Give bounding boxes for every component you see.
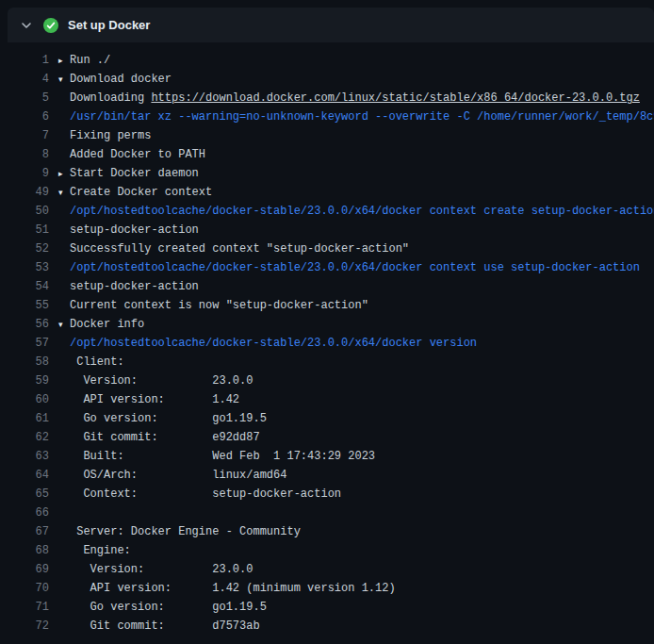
- log-link[interactable]: https://download.docker.com/linux/static…: [151, 91, 639, 105]
- line-number[interactable]: 58: [8, 353, 49, 372]
- log-line: 68 Engine:: [8, 541, 654, 560]
- log-line[interactable]: 1▸Run ./: [8, 51, 654, 70]
- indent-spacer: [58, 221, 70, 239]
- line-number[interactable]: 4: [8, 70, 49, 89]
- log-segment: /usr/bin/tar xz --warning=no-unknown-key…: [70, 110, 654, 124]
- indent-spacer: [58, 239, 70, 258]
- log-segment: API version: 1.42: [70, 393, 239, 406]
- line-number[interactable]: 67: [8, 522, 49, 541]
- log-line: 53/opt/hostedtoolcache/docker-stable/23.…: [8, 258, 654, 277]
- line-number[interactable]: 61: [8, 409, 49, 428]
- line-number[interactable]: 63: [8, 447, 49, 466]
- log-line: 63 Built: Wed Feb 1 17:43:29 2023: [8, 447, 654, 466]
- line-number[interactable]: 9: [8, 164, 49, 183]
- line-number[interactable]: 71: [8, 598, 49, 617]
- line-number[interactable]: 55: [8, 296, 49, 315]
- line-number[interactable]: 53: [8, 258, 49, 277]
- indent-spacer: [58, 277, 70, 296]
- log-line[interactable]: 56▾Docker info: [8, 315, 654, 334]
- log-text: setup-docker-action: [70, 221, 199, 239]
- log-line: 72 Git commit: d7573ab: [8, 617, 654, 636]
- log-segment: Git commit: d7573ab: [70, 619, 260, 633]
- log-segment: /opt/hostedtoolcache/docker-stable/23.0.…: [70, 337, 477, 350]
- indent-spacer: [58, 372, 70, 390]
- log-segment: Successfully created context "setup-dock…: [70, 242, 409, 256]
- step-header[interactable]: Set up Docker: [8, 8, 654, 42]
- log-segment: setup-docker-action: [70, 223, 199, 237]
- line-number[interactable]: 66: [8, 504, 49, 522]
- line-number[interactable]: 70: [8, 579, 49, 598]
- log-line: 52Successfully created context "setup-do…: [8, 239, 654, 258]
- chevron-right-icon[interactable]: ▸: [58, 164, 70, 183]
- log-text: Server: Docker Engine - Community: [70, 522, 301, 541]
- line-number[interactable]: 8: [8, 145, 49, 164]
- indent-spacer: [58, 202, 70, 221]
- chevron-down-icon[interactable]: [19, 18, 34, 33]
- log-line: 8Added Docker to PATH: [8, 145, 654, 164]
- log-segment: /opt/hostedtoolcache/docker-stable/23.0.…: [70, 205, 654, 218]
- log-line: 64 OS/Arch: linux/amd64: [8, 466, 654, 485]
- log-line: 60 API version: 1.42: [8, 390, 654, 409]
- log-line: 66: [8, 504, 654, 522]
- log-segment: Added Docker to PATH: [70, 148, 205, 161]
- log-segment: Version: 23.0.0: [70, 374, 253, 388]
- step-title: Set up Docker: [68, 18, 150, 32]
- log-text: Go version: go1.19.5: [70, 409, 267, 428]
- log-text: Run ./: [70, 51, 110, 70]
- line-number[interactable]: 52: [8, 239, 49, 258]
- log-line[interactable]: 9▸Start Docker daemon: [8, 164, 654, 183]
- log-text: /opt/hostedtoolcache/docker-stable/23.0.…: [70, 258, 640, 277]
- line-number[interactable]: 68: [8, 541, 49, 560]
- log-text: Go version: go1.19.5: [70, 598, 267, 617]
- line-number[interactable]: 7: [8, 126, 49, 145]
- log-text: Current context is now "setup-docker-act…: [70, 296, 368, 315]
- line-number[interactable]: 49: [8, 183, 49, 202]
- line-number[interactable]: 60: [8, 390, 49, 409]
- log-segment: OS/Arch: linux/amd64: [70, 469, 286, 482]
- line-number[interactable]: 69: [8, 560, 49, 579]
- line-number[interactable]: 51: [8, 221, 49, 239]
- line-number[interactable]: 1: [8, 51, 49, 70]
- log-text: Version: 23.0.0: [70, 560, 253, 579]
- log-text: Downloading https://download.docker.com/…: [70, 89, 640, 107]
- indent-spacer: [58, 126, 70, 145]
- indent-spacer: [58, 296, 70, 315]
- line-number[interactable]: 59: [8, 372, 49, 390]
- line-number[interactable]: 62: [8, 428, 49, 447]
- log-line: 50/opt/hostedtoolcache/docker-stable/23.…: [8, 202, 654, 221]
- log-segment: Run ./: [70, 54, 110, 67]
- log-segment: Start Docker daemon: [70, 167, 199, 180]
- indent-spacer: [58, 447, 70, 466]
- log-text: OS/Arch: linux/amd64: [70, 466, 286, 485]
- log-text: Start Docker daemon: [70, 164, 199, 183]
- log-line: 70 API version: 1.42 (minimum version 1.…: [8, 579, 654, 598]
- chevron-down-icon[interactable]: ▾: [58, 70, 70, 89]
- line-number[interactable]: 6: [8, 107, 49, 126]
- log-line: 5Downloading https://download.docker.com…: [8, 89, 654, 107]
- line-number[interactable]: 54: [8, 277, 49, 296]
- indent-spacer: [58, 541, 70, 560]
- step-container: Set up Docker 1▸Run ./4▾Download docker5…: [8, 8, 654, 636]
- line-number[interactable]: 56: [8, 315, 49, 334]
- log-line[interactable]: 49▾Create Docker context: [8, 183, 654, 202]
- log-line[interactable]: 4▾Download docker: [8, 70, 654, 89]
- log-segment: Create Docker context: [70, 186, 212, 199]
- log-text: API version: 1.42: [70, 390, 239, 409]
- log-text: Client:: [70, 353, 124, 372]
- line-number[interactable]: 5: [8, 89, 49, 107]
- line-number[interactable]: 57: [8, 334, 49, 353]
- chevron-right-icon[interactable]: ▸: [58, 51, 70, 70]
- chevron-down-icon[interactable]: ▾: [58, 183, 70, 202]
- line-number[interactable]: 64: [8, 466, 49, 485]
- line-number[interactable]: 65: [8, 485, 49, 504]
- chevron-down-icon[interactable]: ▾: [58, 315, 70, 334]
- log-line: 57/opt/hostedtoolcache/docker-stable/23.…: [8, 334, 654, 353]
- log-segment: API version: 1.42 (minimum version 1.12): [70, 582, 396, 595]
- log-text: Added Docker to PATH: [70, 145, 205, 164]
- indent-spacer: [58, 617, 70, 636]
- line-number[interactable]: 72: [8, 617, 49, 636]
- log-line: 59 Version: 23.0.0: [8, 372, 654, 390]
- log-text: Context: setup-docker-action: [70, 485, 341, 504]
- log-segment: Downloading: [70, 91, 151, 105]
- line-number[interactable]: 50: [8, 202, 49, 221]
